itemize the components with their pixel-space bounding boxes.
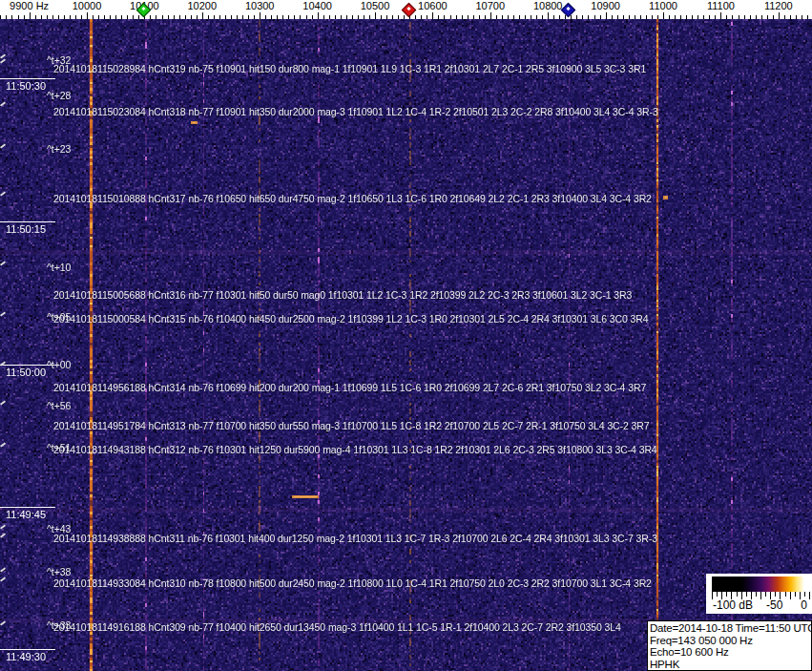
axis-tick [18, 15, 19, 19]
axis-tick [779, 12, 780, 19]
axis-tick [496, 15, 497, 19]
axis-tick [197, 15, 198, 19]
scale-tick [765, 592, 766, 597]
axis-tick [329, 15, 330, 19]
axis-tick [288, 15, 289, 19]
freq-label: 10000 [73, 0, 102, 11]
axis-tick [680, 15, 681, 19]
green-diamond-marker-center [142, 7, 146, 10]
freq-label: 11200 [764, 0, 793, 11]
axis-tick [41, 15, 42, 19]
info-frequency: Freq=143 050 000 Hz [650, 635, 809, 647]
signal-level-scale: -100 dB -50 0 [706, 574, 812, 614]
frequency-axis: 9900 Hz100001010010200103001040010500106… [0, 0, 812, 19]
axis-tick [756, 15, 757, 19]
axis-tick [576, 15, 577, 19]
scale-label-max: 0 [801, 598, 807, 612]
axis-tick [110, 15, 111, 19]
axis-tick [588, 15, 589, 19]
axis-tick [456, 15, 457, 19]
axis-tick [807, 15, 808, 19]
axis-tick [640, 15, 641, 19]
axis-tick [675, 15, 676, 19]
axis-tick [703, 15, 704, 19]
freq-label: 9900 Hz [10, 0, 49, 11]
axis-tick [254, 15, 255, 19]
axis-tick [415, 15, 416, 19]
axis-tick [635, 15, 635, 19]
event-data-line: 20141018115028984 hCnt319 nb-75 f10901 h… [53, 63, 646, 74]
axis-tick [306, 15, 307, 19]
axis-tick [364, 15, 364, 19]
scale-tick [804, 592, 805, 597]
axis-tick [663, 12, 664, 19]
axis-tick [312, 15, 313, 19]
axis-tick [70, 15, 71, 19]
axis-tick [802, 15, 802, 19]
axis-tick [300, 15, 301, 19]
scale-labels: -100 dB -50 0 [706, 598, 812, 613]
axis-tick [52, 15, 53, 19]
freq-label: 10300 [245, 0, 275, 11]
axis-tick [536, 15, 537, 19]
axis-tick [156, 15, 156, 19]
axis-tick [444, 15, 445, 19]
axis-tick [87, 12, 88, 19]
axis-tick [260, 12, 260, 19]
axis-tick [709, 15, 710, 19]
axis-tick [127, 15, 128, 19]
axis-tick [669, 15, 670, 19]
axis-tick [168, 15, 169, 19]
axis-tick [744, 15, 745, 19]
freq-label: 10900 [591, 0, 620, 11]
axis-tick [606, 12, 607, 19]
info-date-time: Date=2014-10-18 Time=11:50 UTC [650, 622, 809, 635]
axis-tick [438, 15, 439, 19]
color-gradient-bar [712, 577, 810, 592]
scale-tick [737, 592, 738, 597]
event-time-marker: ^t+10 [47, 262, 71, 273]
freq-label: 10600 [418, 0, 448, 11]
axis-tick [115, 15, 116, 19]
axis-tick [767, 15, 768, 19]
axis-tick [185, 15, 186, 19]
scale-tick [775, 592, 776, 597]
event-data-line: 20141018114938888 hCnt311 nb-76 f10301 h… [53, 533, 657, 544]
spectrogram-app-window: 9900 Hz100001010010200103001040010500106… [0, 0, 812, 671]
axis-tick [277, 15, 278, 19]
axis-tick [386, 15, 387, 19]
axis-tick [629, 15, 630, 19]
event-time-marker: ^t+28 [47, 90, 71, 101]
axis-tick [323, 15, 324, 19]
scale-tick [795, 592, 796, 597]
info-station-id: HPHK [650, 659, 809, 671]
freq-label: 10500 [361, 0, 390, 11]
axis-tick [612, 15, 613, 19]
axis-tick [93, 15, 94, 19]
freq-label: 10200 [188, 0, 218, 11]
freq-label: 10400 [302, 0, 332, 11]
axis-tick [508, 15, 509, 19]
axis-tick [732, 15, 733, 19]
axis-tick [553, 15, 554, 19]
axis-tick [617, 15, 618, 19]
axis-tick [375, 12, 376, 19]
event-data-line: 20141018115023084 hCnt318 nb-77 f10901 h… [53, 106, 658, 117]
axis-tick [519, 15, 520, 19]
axis-tick [726, 15, 727, 19]
event-time-marker: ^t+38 [47, 566, 71, 577]
axis-tick [138, 15, 139, 19]
blue-diamond-marker[interactable] [560, 3, 575, 18]
axis-tick [462, 15, 463, 19]
axis-tick [525, 15, 526, 19]
axis-tick [432, 12, 433, 19]
axis-tick [646, 15, 647, 19]
freq-label: 10800 [533, 0, 563, 11]
axis-tick [559, 15, 560, 19]
axis-tick [582, 15, 583, 19]
station-info-box: Date=2014-10-18 Time=11:50 UTC Freq=143 … [647, 620, 812, 671]
axis-tick [490, 12, 491, 19]
axis-tick [542, 15, 543, 19]
axis-tick [81, 15, 82, 19]
axis-tick [11, 15, 12, 19]
